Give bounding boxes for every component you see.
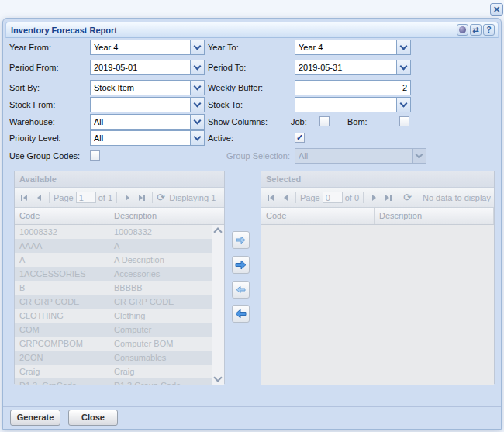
stock-from-label: Stock From: [9,97,55,112]
small-right-arrow-icon [236,236,246,244]
weekly-buffer-input[interactable] [295,81,410,95]
available-grid-header: Code Description [15,208,224,225]
help-button[interactable]: ? [483,24,495,36]
period-from-select[interactable]: 2019-05-01 [90,60,205,75]
prev-page-icon[interactable] [279,192,292,204]
period-to-select[interactable]: 2019-05-31 [295,60,411,75]
page-label: Page [54,193,74,202]
grid-row[interactable]: CLOTHINGClothing [15,309,224,323]
refresh-icon: ⇄ [472,26,478,34]
available-scrollbar[interactable] [212,225,224,385]
year-to-select[interactable]: Year 4 [295,40,411,55]
grid-row[interactable]: AAAAA [15,239,224,253]
chevron-down-icon[interactable] [396,40,410,54]
last-page-icon[interactable] [136,192,148,204]
bom-checkbox[interactable] [399,116,409,126]
first-page-icon[interactable] [264,192,277,204]
chevron-down-icon[interactable] [190,115,204,129]
use-group-codes-checkbox[interactable] [90,150,100,161]
page-of-label: of 1 [98,193,112,202]
scroll-down-icon[interactable] [212,373,223,385]
active-checkbox[interactable]: ✓ [295,133,305,143]
close-icon[interactable]: ✕ [490,3,503,16]
stock-to-select[interactable] [295,97,411,112]
move-all-right-button[interactable] [232,256,250,274]
column-header-description[interactable]: Description [109,208,212,224]
column-header-description[interactable]: Description [375,208,494,224]
window-tools: ⇄ ? [457,24,498,36]
available-panel: Available Page of 1 ⟳ Displaying 1 - Cod… [14,171,225,384]
big-left-arrow-icon [235,309,247,319]
page-number-input[interactable] [76,192,96,203]
combo-value: 2019-05-01 [94,61,190,74]
help-icon: ? [486,26,491,34]
prev-page-icon[interactable] [33,192,45,204]
grid-cell: 2CON [15,351,109,365]
warehouse-select[interactable]: All [90,114,205,130]
grid-cell: Clothing [109,309,212,323]
weekly-buffer-field [295,80,411,95]
last-page-icon[interactable] [382,192,395,204]
bom-label: Bom: [347,114,368,130]
grid-row[interactable]: 2CONConsumables [15,351,224,365]
move-right-button[interactable] [232,231,250,249]
page-number-input[interactable] [323,192,343,203]
grid-cell: 10008332 [15,225,109,239]
next-page-icon[interactable] [121,192,133,204]
grid-row[interactable]: CR GRP CODECR GRP CODE [15,295,224,309]
refresh-grid-icon[interactable]: ⟳ [403,192,412,202]
grid-row[interactable]: CraigCraig [15,365,224,378]
show-columns-label: Show Columns: [208,114,268,130]
refresh-button[interactable]: ⇄ [470,24,482,36]
warehouse-label: Warehouse: [9,114,55,130]
grid-row[interactable]: COMComputer [15,323,224,337]
year-from-select[interactable]: Year 4 [90,40,205,55]
grid-row[interactable]: AA Description [15,253,224,267]
column-header-code[interactable]: Code [261,208,375,224]
chevron-down-icon[interactable] [190,98,204,112]
stock-to-label: Stock To: [208,97,243,112]
combo-value: Stock Item [94,81,190,95]
chevron-down-icon[interactable] [396,98,410,112]
move-left-button[interactable] [232,281,250,299]
job-checkbox[interactable] [319,116,330,126]
priority-level-select[interactable]: All [90,130,205,146]
stock-from-select[interactable] [90,97,205,112]
year-to-label: Year To: [208,40,239,55]
grid-cell: A [109,239,212,253]
theme-button[interactable] [457,24,468,36]
move-all-left-button[interactable] [232,305,250,323]
page-label: Page [300,193,320,202]
chevron-down-icon[interactable] [190,60,204,74]
chevron-down-icon[interactable] [190,40,204,54]
screen: ✕ Inventory Forecast Report ⇄ ? Year Fro… [0,0,504,432]
refresh-grid-icon[interactable]: ⟳ [157,192,165,202]
next-page-icon[interactable] [368,192,380,204]
grid-row[interactable]: 1000833210008332 [15,225,224,239]
grid-cell: 1ACCESSORIES [15,267,109,281]
generate-button[interactable]: Generate [10,410,60,426]
sort-by-select[interactable]: Stock Item [90,80,205,95]
group-selection-select: All [295,148,426,164]
small-left-arrow-icon [236,285,246,294]
grid-cell: D1.3. GrpCode [15,378,109,385]
grid-row[interactable]: D1.3. GrpCodeD1.3 Group Code [15,378,224,385]
chevron-down-icon[interactable] [396,60,410,74]
footer-separator [3,406,501,407]
available-paging-toolbar: Page of 1 ⟳ Displaying 1 - [15,188,224,208]
close-button[interactable]: Close [68,410,118,426]
scroll-up-icon[interactable] [212,225,223,237]
group-selection-label: Group Selection: [194,148,290,164]
grid-row[interactable]: 1ACCESSORIESAccessories [15,267,224,281]
year-from-label: Year From: [9,40,51,55]
column-header-code[interactable]: Code [15,208,109,224]
grid-cell: D1.3 Group Code [109,378,212,385]
grid-cell: COM [15,323,109,337]
grid-cell: CLOTHING [15,309,109,323]
grid-row[interactable]: BBBBBB [15,281,224,295]
grid-row[interactable]: GRPCOMPBOMComputer BOM [15,337,224,351]
chevron-down-icon[interactable] [190,81,204,95]
chevron-down-icon[interactable] [190,131,204,145]
first-page-icon[interactable] [18,192,30,204]
grid-cell: BBBBB [109,281,212,295]
